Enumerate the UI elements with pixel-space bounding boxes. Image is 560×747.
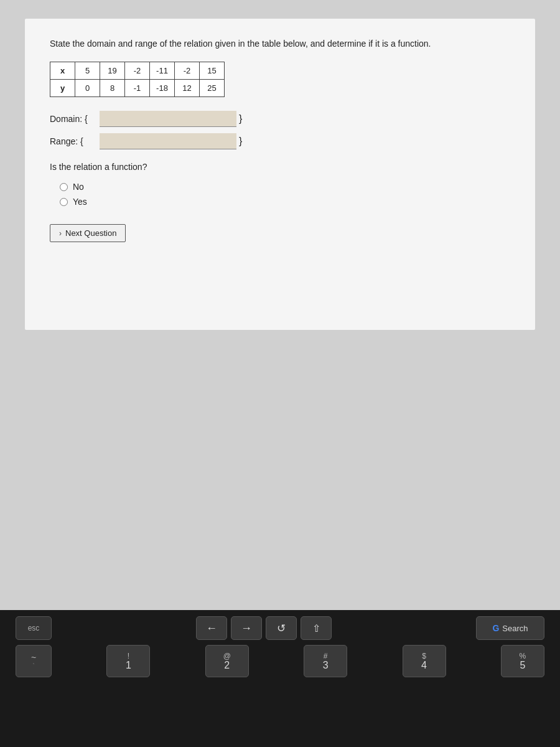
num-4: 4 — [421, 660, 427, 670]
search-key[interactable]: G Search — [476, 616, 544, 640]
reload-key[interactable]: ↺ — [266, 616, 297, 640]
x-val-4: -11 — [150, 62, 175, 80]
home-key[interactable]: ⇧ — [301, 616, 332, 640]
backtick-symbol: ` — [32, 662, 35, 670]
keyboard-area: esc ← → ↺ ⇧ G Search ~ ` ! 1 — [0, 610, 560, 747]
search-label: Search — [502, 624, 528, 633]
x-val-3: -2 — [125, 62, 150, 80]
option-yes-label: Yes — [73, 197, 87, 207]
y-val-6: 25 — [200, 80, 225, 97]
esc-label: esc — [28, 624, 40, 632]
back-key[interactable]: ← — [196, 616, 227, 640]
key-3[interactable]: # 3 — [304, 645, 347, 677]
domain-brace: } — [239, 113, 242, 125]
chevron-right-icon: › — [59, 229, 62, 238]
percent-symbol: % — [520, 652, 526, 660]
tilde-symbol: ~ — [31, 652, 36, 662]
table-row-x: x 5 19 -2 -11 -2 15 — [50, 62, 225, 80]
y-val-2: 8 — [100, 80, 125, 97]
y-label: y — [50, 80, 75, 97]
content-area: State the domain and range of the relati… — [25, 19, 535, 330]
num-1: 1 — [126, 660, 131, 670]
x-label: x — [50, 62, 75, 80]
esc-key[interactable]: esc — [16, 616, 52, 640]
y-val-3: -1 — [125, 80, 150, 97]
key-5[interactable]: % 5 — [501, 645, 544, 677]
question-text: State the domain and range of the relati… — [50, 37, 510, 50]
keyboard-fn-row: esc ← → ↺ ⇧ G Search — [12, 616, 548, 640]
x-val-1: 5 — [75, 62, 100, 80]
key-2[interactable]: @ 2 — [205, 645, 249, 677]
tilde-key[interactable]: ~ ` — [16, 645, 52, 677]
x-val-5: -2 — [175, 62, 200, 80]
num-3: 3 — [323, 660, 329, 670]
domain-label: Domain: { — [50, 114, 100, 124]
range-label: Range: { — [50, 136, 100, 146]
y-val-5: 12 — [175, 80, 200, 97]
key-1[interactable]: ! 1 — [106, 645, 150, 677]
key-4[interactable]: $ 4 — [403, 645, 446, 677]
table-row-y: y 0 8 -1 -18 12 25 — [50, 80, 225, 97]
hash-symbol: # — [324, 652, 328, 660]
num-5: 5 — [520, 660, 526, 670]
reload-icon: ↺ — [277, 622, 286, 635]
range-row: Range: { } — [50, 133, 510, 149]
forward-arrow-icon: → — [241, 622, 252, 635]
option-yes[interactable]: Yes — [60, 197, 510, 207]
at-symbol: @ — [223, 652, 231, 660]
google-g-icon: G — [492, 623, 499, 633]
radio-yes[interactable] — [60, 198, 68, 206]
back-arrow-icon: ← — [206, 622, 217, 635]
exclaim-symbol: ! — [128, 652, 129, 660]
next-question-button[interactable]: › Next Question — [50, 224, 126, 242]
dollar-symbol: $ — [422, 652, 426, 660]
option-no[interactable]: No — [60, 182, 510, 192]
option-no-label: No — [73, 182, 84, 192]
function-question: Is the relation a function? — [50, 162, 510, 172]
range-input[interactable] — [100, 133, 236, 149]
domain-input[interactable] — [100, 111, 236, 127]
keyboard-num-row: ~ ` ! 1 @ 2 # 3 $ 4 % 5 — [12, 645, 548, 677]
num-2: 2 — [224, 660, 230, 670]
radio-no[interactable] — [60, 183, 68, 191]
home-icon: ⇧ — [312, 622, 320, 634]
range-brace: } — [239, 136, 242, 147]
y-val-1: 0 — [75, 80, 100, 97]
domain-row: Domain: { } — [50, 111, 510, 127]
y-val-4: -18 — [150, 80, 175, 97]
x-val-6: 15 — [200, 62, 225, 80]
relation-table: x 5 19 -2 -11 -2 15 y 0 8 -1 -18 12 25 — [50, 62, 225, 97]
forward-key[interactable]: → — [231, 616, 262, 640]
screen-area: State the domain and range of the relati… — [0, 0, 560, 610]
next-button-label: Next Question — [65, 228, 116, 238]
x-val-2: 19 — [100, 62, 125, 80]
